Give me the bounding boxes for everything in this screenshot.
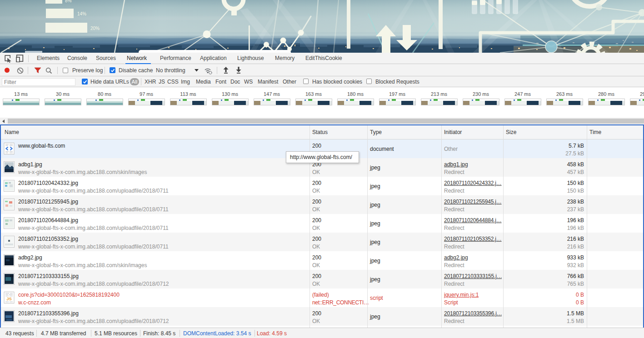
svg-text:14%: 14% xyxy=(77,11,86,16)
svg-text:JS: JS xyxy=(6,296,12,301)
svg-text:8%: 8% xyxy=(65,0,72,3)
svg-text:20%: 20% xyxy=(90,26,100,31)
